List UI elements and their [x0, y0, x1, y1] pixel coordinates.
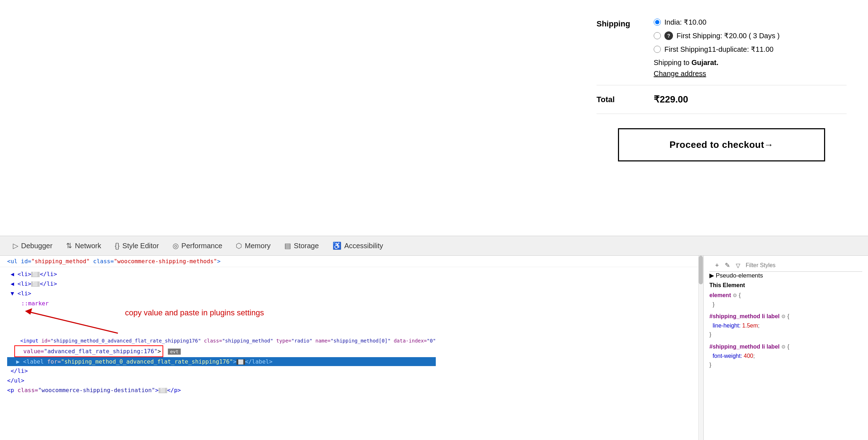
shipping-option-2: ? First Shipping: ₹20.00 ( 3 Days ) [654, 31, 847, 40]
shipping-radio-1[interactable] [654, 19, 661, 26]
storage-icon: ▤ [284, 241, 291, 250]
filter-styles-input[interactable] [746, 262, 857, 269]
shipping-label: Shipping [597, 18, 654, 29]
css-rule-shipping-label-2: #shipping_method li label ⚙ { font-weigh… [709, 342, 862, 370]
total-row: Total ₹229.00 [597, 85, 847, 114]
total-label: Total [597, 95, 654, 104]
annotation-area: copy value and paste in plugins settings [7, 308, 696, 337]
devtools-left-panel: <ul id="shipping_method" class="woocomme… [0, 256, 704, 440]
tab-network[interactable]: ⇅ Network [60, 239, 107, 253]
html-line-5: <input id="shipping_method_0_advanced_fl… [7, 337, 696, 345]
tab-memory[interactable]: ⬡ Memory [230, 239, 276, 253]
filter-icon: ▽ [736, 262, 740, 269]
tab-style-editor-label: Style Editor [123, 242, 159, 250]
accessibility-icon: ♿ [333, 241, 341, 250]
devtools-breadcrumb: <ul id="shipping_method" class="woocomme… [0, 256, 703, 267]
shipping-option-3-label: First Shipping11-duplicate: ₹11.00 [664, 45, 773, 54]
devtools-toolbar: ▷ Debugger ⇅ Network {} Style Editor ◎ P… [0, 236, 868, 256]
this-element-section: This Element [709, 282, 862, 289]
html-inspector: ◀ <li>⬜</li> ◀ <li>⬜</li> ▼ <li> ::marke… [0, 267, 703, 397]
svg-marker-1 [25, 308, 32, 315]
shipping-row: Shipping India: ₹10.00 ? First Shipping:… [597, 11, 847, 85]
html-line-2: ◀ <li>⬜</li> [7, 279, 696, 289]
cart-summary: Shipping India: ₹10.00 ? First Shipping:… [597, 11, 847, 236]
shipping-radio-2[interactable] [654, 32, 661, 39]
html-line-3: ▼ <li> [7, 289, 696, 298]
shipping-location: Gujarat. [692, 59, 719, 66]
tab-performance[interactable]: ◎ Performance [167, 239, 228, 253]
devtools-scrollbar[interactable] [698, 256, 703, 440]
tab-style-editor[interactable]: {} Style Editor [109, 239, 165, 253]
shipping-option-3: First Shipping11-duplicate: ₹11.00 [654, 45, 847, 54]
devtools-bottom: <ul id="shipping_method" class="woocomme… [0, 256, 868, 440]
svg-line-0 [29, 312, 118, 333]
memory-icon: ⬡ [236, 241, 242, 250]
total-amount: ₹229.00 [654, 94, 688, 105]
tab-memory-label: Memory [245, 242, 270, 250]
page-area: Shipping India: ₹10.00 ? First Shipping:… [0, 0, 868, 236]
html-line-10: <p class="woocommerce-shipping-destinati… [7, 385, 696, 395]
pseudo-elements-toggle[interactable]: ▶ Pseudo-elements [709, 272, 862, 279]
html-line-1: ◀ <li>⬜</li> [7, 269, 696, 279]
annotation-text: copy value and paste in plugins settings [125, 308, 264, 318]
css-rule-shipping-label-1: #shipping_method li label ⚙ { line-heigh… [709, 312, 862, 339]
change-address-link[interactable]: Change address [654, 70, 847, 78]
tab-network-label: Network [75, 242, 101, 250]
pseudo-elements-label: ▶ Pseudo-elements [709, 272, 763, 279]
shipping-option-1: India: ₹10.00 [654, 18, 847, 26]
tab-debugger-label: Debugger [21, 242, 53, 250]
html-line-4: ::marker [7, 299, 696, 308]
performance-icon: ◎ [173, 241, 179, 250]
network-icon: ⇅ [66, 241, 72, 250]
shipping-radio-3[interactable] [654, 46, 661, 53]
tab-storage-label: Storage [294, 242, 319, 250]
debugger-icon: ▷ [13, 241, 18, 250]
shipping-option-1-label: India: ₹10.00 [664, 18, 707, 26]
html-line-6: value="advanced_flat_rate_shipping:176">… [7, 345, 696, 357]
scrollbar-thumb[interactable] [699, 256, 703, 284]
tab-accessibility-label: Accessibility [344, 242, 383, 250]
tab-storage[interactable]: ▤ Storage [279, 239, 325, 253]
tab-accessibility[interactable]: ♿ Accessibility [327, 239, 389, 253]
style-editor-icon: {} [115, 242, 119, 250]
tab-debugger[interactable]: ▷ Debugger [7, 239, 58, 253]
css-rule-element: element ⚙ { } [709, 291, 862, 309]
shipping-options: India: ₹10.00 ? First Shipping: ₹20.00 (… [654, 18, 847, 78]
styles-icons-row: + ✎ ▽ [709, 259, 862, 272]
tab-performance-label: Performance [181, 242, 223, 250]
shipping-option-2-label: First Shipping: ₹20.00 ( 3 Days ) [677, 31, 780, 40]
shipping-to: Shipping to Gujarat. [654, 59, 847, 67]
checkout-btn-wrapper: Proceed to checkout→ [597, 128, 847, 161]
checkout-button[interactable]: Proceed to checkout→ [618, 128, 825, 161]
html-line-9: </ul> [7, 376, 696, 385]
question-icon: ? [664, 31, 673, 40]
devtools-styles-panel: + ✎ ▽ ▶ Pseudo-elements This Element ele… [704, 256, 868, 440]
annotation-arrow [7, 308, 129, 337]
html-line-8: </li> [7, 366, 696, 376]
pick-element-button[interactable]: ✎ [725, 261, 730, 269]
html-line-7-highlighted[interactable]: ▶ <label for="shipping_method_0_advanced… [7, 357, 436, 366]
add-rule-button[interactable]: + [715, 262, 719, 269]
